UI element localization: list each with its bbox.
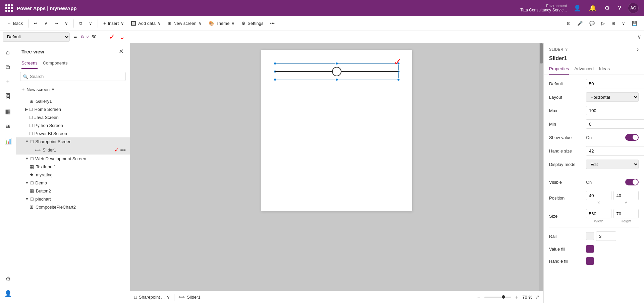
layout-select[interactable]: Horizontal (586, 92, 639, 102)
sidebar-data-icon[interactable]: 🗄 (1, 90, 15, 103)
insert-button[interactable]: + Insert ∨ (101, 19, 127, 27)
zoom-slider-thumb[interactable] (502, 295, 505, 299)
handle-fill-swatch[interactable] (586, 257, 594, 265)
play-icon[interactable]: ▷ (599, 19, 607, 27)
tree-item-gallery1[interactable]: ⊞ Gallery1 (16, 97, 130, 105)
handle-top-center[interactable] (335, 62, 338, 65)
help-icon[interactable]: ? (566, 47, 568, 51)
tree-item-myrating[interactable]: ★ myrating (16, 171, 130, 179)
fx-label[interactable]: fx ∨ (81, 34, 89, 39)
theme-button[interactable]: 🎨 Theme ∨ (206, 19, 237, 27)
zoom-slider[interactable] (484, 297, 511, 298)
waffle-menu[interactable] (5, 4, 13, 12)
settings-button[interactable]: ⚙ Settings (239, 19, 266, 27)
sidebar-insert-icon[interactable]: + (1, 75, 15, 89)
nav-bell-icon[interactable]: 🔔 (588, 3, 598, 13)
expand-canvas-button[interactable]: ⤢ (535, 294, 539, 300)
tree-item-slider1[interactable]: ⟺ Slider1 ✓ ••• (16, 145, 130, 155)
screen-selector[interactable]: □ Sharepoint ... ∨ (134, 295, 170, 300)
tree-close-button[interactable]: ✕ (118, 47, 124, 56)
sidebar-user-icon[interactable]: 👤 (1, 287, 15, 300)
add-data-button[interactable]: 🔲 Add data ∨ (128, 19, 164, 27)
min-input[interactable] (586, 119, 644, 129)
new-screen-tree-button[interactable]: + New screen ∨ (20, 85, 56, 94)
copy-dropdown[interactable]: ∨ (86, 19, 95, 27)
undo-dropdown[interactable]: ∨ (42, 19, 50, 27)
slider1-more-btn[interactable]: ••• (119, 147, 127, 153)
handle-top-left[interactable] (274, 62, 276, 65)
publish-chevron[interactable]: ∨ (619, 19, 628, 27)
position-y-input[interactable] (613, 191, 639, 200)
tree-item-java-screen[interactable]: □ Java Screen (16, 113, 130, 121)
handle-size-input[interactable] (586, 146, 644, 156)
show-value-toggle[interactable] (625, 134, 639, 141)
publish-icon[interactable]: ⊞ (609, 19, 618, 27)
visible-toggle[interactable] (625, 179, 639, 185)
sidebar-charts-icon[interactable]: 📊 (1, 134, 15, 148)
tree-item-home-screen[interactable]: ▶ □ Home Screen (16, 105, 130, 113)
zoom-out-button[interactable]: − (476, 294, 482, 301)
search-input[interactable] (20, 72, 126, 81)
handle-top-right[interactable] (397, 62, 400, 65)
tree-item-webdev-screen[interactable]: ▼ □ Web Development Screen (16, 155, 130, 163)
tab-screens[interactable]: Screens (21, 58, 38, 69)
tree-item-piechart[interactable]: ▼ □ piechart (16, 195, 130, 203)
tree-item-textinput1[interactable]: ▦ TextInput1 (16, 163, 130, 171)
slider-widget[interactable] (275, 63, 399, 80)
avatar[interactable]: AG (628, 3, 639, 13)
slider-thumb[interactable] (332, 67, 341, 76)
position-x-input[interactable] (586, 191, 611, 200)
size-width-input[interactable] (586, 209, 611, 218)
default-input[interactable] (586, 79, 644, 88)
sharepoint-screen-expand-btn[interactable]: ▼ (24, 139, 30, 143)
redo-button[interactable]: ↩ (52, 19, 61, 27)
tree-item-demo[interactable]: ▼ □ Demo (16, 179, 130, 187)
copy-button[interactable]: ⧉ (76, 19, 85, 28)
piechart-expand-btn[interactable]: ▼ (24, 197, 30, 201)
nav-settings-icon[interactable]: ⚙ (603, 3, 611, 13)
back-button[interactable]: ← Back (4, 19, 25, 27)
handle-bottom-right[interactable] (397, 78, 400, 81)
tree-item-powerbi-screen[interactable]: □ Power BI Screen (16, 129, 130, 137)
rail-value-input[interactable] (596, 231, 616, 241)
demo-expand-btn[interactable]: ▼ (24, 181, 30, 185)
max-input[interactable] (586, 106, 644, 115)
nav-people-icon[interactable]: 👤 (572, 3, 582, 13)
home-screen-expand-btn[interactable]: ▶ (24, 107, 29, 112)
new-screen-button[interactable]: ⊕ New screen ∨ (165, 19, 205, 27)
property-selector[interactable]: Default (3, 32, 70, 42)
canvas-scrollbar-vertical[interactable] (539, 43, 543, 291)
undo-button[interactable]: ↩ (31, 19, 40, 27)
handle-bottom-center[interactable] (335, 78, 338, 81)
tree-item-button2[interactable]: ▦ Button2 (16, 187, 130, 195)
zoom-in-button[interactable]: + (514, 294, 520, 301)
rail-color-swatch[interactable] (586, 232, 594, 240)
canvas-scroll[interactable]: ✓ (130, 43, 543, 291)
tree-item-composite[interactable]: ⊞ CompositePieChart2 (16, 203, 130, 211)
sidebar-home-icon[interactable]: ⌂ (1, 46, 15, 59)
save-icon[interactable]: 💾 (629, 19, 640, 27)
size-height-input[interactable] (613, 209, 639, 218)
sidebar-layers-icon[interactable]: ⧉ (1, 60, 15, 74)
tree-item-python-screen[interactable]: □ Python Screen (16, 121, 130, 129)
tab-ideas[interactable]: Ideas (599, 64, 610, 75)
display-mode-select[interactable]: Edit (586, 160, 639, 169)
sidebar-ai-icon[interactable]: ≋ (1, 120, 15, 133)
webdev-screen-expand-btn[interactable]: ▼ (24, 157, 30, 161)
comment-icon[interactable]: 💬 (587, 19, 597, 27)
tab-components[interactable]: Components (43, 58, 68, 69)
preview-icon[interactable]: ⊡ (564, 19, 573, 27)
tab-properties[interactable]: Properties (549, 64, 569, 75)
more-button[interactable]: ••• (267, 19, 277, 27)
tree-item-sharepoint-screen[interactable]: ▼ □ Sharepoint Screen (16, 137, 130, 145)
mic-icon[interactable]: 🎤 (575, 19, 585, 27)
value-fill-swatch[interactable] (586, 245, 594, 253)
handle-bottom-left[interactable] (274, 78, 276, 81)
sidebar-settings-bottom-icon[interactable]: ⚙ (1, 272, 15, 286)
canvas-scrollbar-thumb[interactable] (540, 43, 543, 63)
redo-dropdown[interactable]: ∨ (62, 19, 71, 27)
tab-advanced[interactable]: Advanced (574, 64, 594, 75)
sidebar-media-icon[interactable]: ▦ (1, 105, 15, 118)
nav-help-icon[interactable]: ? (616, 3, 623, 13)
props-expand-button[interactable]: › (637, 46, 639, 52)
